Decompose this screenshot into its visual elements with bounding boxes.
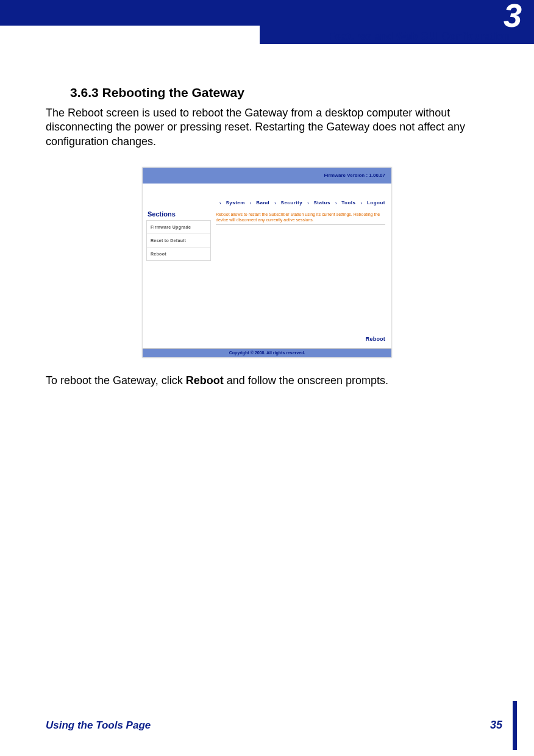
gui-top-bar: Firmware Version : 1.00.07 [143, 168, 391, 184]
footer-title: Using the Tools Page [46, 719, 151, 732]
gui-screenshot: Firmware Version : 1.00.07 › System › Ba… [142, 167, 392, 358]
nav-logout[interactable]: Logout [367, 200, 385, 205]
figure-container: Firmware Version : 1.00.07 › System › Ba… [46, 167, 488, 358]
nav-sep-icon: › [361, 201, 362, 205]
sidebar-item-reboot[interactable]: Reboot [147, 248, 210, 260]
outro-suffix: and follow the onscreen prompts. [224, 374, 388, 387]
nav-security[interactable]: Security [281, 200, 303, 205]
document-body: 3.6.3 Rebooting the Gateway The Reboot s… [46, 85, 488, 392]
nav-sep-icon: › [250, 201, 251, 205]
section-heading: 3.6.3 Rebooting the Gateway [70, 85, 488, 100]
gui-nav-row: › System › Band › Security › Status › To… [143, 184, 391, 208]
firmware-version-label: Firmware Version : 1.00.07 [324, 173, 386, 178]
nav-sep-icon: › [274, 201, 276, 205]
gui-main-area: Sections Firmware Upgrade Reset to Defau… [143, 208, 391, 348]
chapter-title: Features and Web GUI Configuration [329, 30, 510, 43]
sidebar-item-reset-to-default[interactable]: Reset to Default [147, 234, 210, 248]
outro-prefix: To reboot the Gateway, click [46, 374, 186, 387]
footer-accent-bar [513, 701, 517, 750]
nav-sep-icon: › [335, 201, 336, 205]
nav-sep-icon: › [219, 201, 221, 205]
nav-system[interactable]: System [226, 200, 244, 205]
outro-bold: Reboot [186, 374, 224, 387]
content-spacer [216, 229, 385, 336]
page-footer: Using the Tools Page 35 [46, 719, 510, 732]
outro-paragraph: To reboot the Gateway, click Reboot and … [46, 374, 488, 388]
gui-content-area: Reboot allows to restart the Subscriber … [211, 208, 391, 348]
content-divider [216, 224, 385, 225]
sidebar-item-firmware-upgrade[interactable]: Firmware Upgrade [147, 221, 210, 234]
gui-footer: Copyright © 2008. All rights reserved. [143, 348, 391, 357]
intro-paragraph: The Reboot screen is used to reboot the … [46, 106, 488, 149]
footer-page-number: 35 [490, 719, 510, 732]
nav-tools[interactable]: Tools [341, 200, 355, 205]
gui-sidebar: Sections Firmware Upgrade Reset to Defau… [143, 208, 211, 348]
page-header: 3 Features and Web GUI Configuration [0, 0, 534, 44]
sidebar-list: Firmware Upgrade Reset to Default Reboot [146, 220, 211, 261]
nav-status[interactable]: Status [314, 200, 330, 205]
nav-band[interactable]: Band [256, 200, 269, 205]
reboot-button[interactable]: Reboot [216, 336, 385, 346]
nav-sep-icon: › [307, 201, 308, 205]
header-white-strip [0, 26, 260, 44]
chapter-number: 3 [504, 0, 522, 34]
sidebar-title: Sections [148, 210, 211, 218]
reboot-warning-text: Reboot allows to restart the Subscriber … [216, 212, 385, 223]
